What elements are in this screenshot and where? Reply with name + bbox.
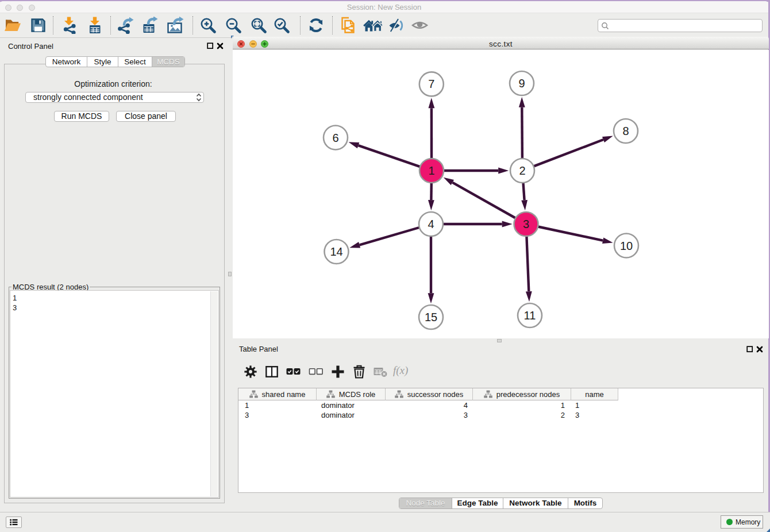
svg-text:2: 2 (519, 164, 525, 177)
svg-text:1: 1 (428, 164, 434, 177)
svg-text:6: 6 (332, 132, 338, 144)
svg-text:15: 15 (425, 311, 437, 323)
svg-text:4: 4 (428, 218, 434, 230)
svg-text:14: 14 (330, 245, 342, 258)
svg-text:10: 10 (620, 240, 633, 252)
svg-text:9: 9 (518, 77, 525, 90)
svg-text:11: 11 (524, 309, 536, 322)
svg-text:7: 7 (428, 78, 434, 90)
svg-text:8: 8 (622, 125, 629, 137)
svg-text:3: 3 (523, 218, 529, 230)
